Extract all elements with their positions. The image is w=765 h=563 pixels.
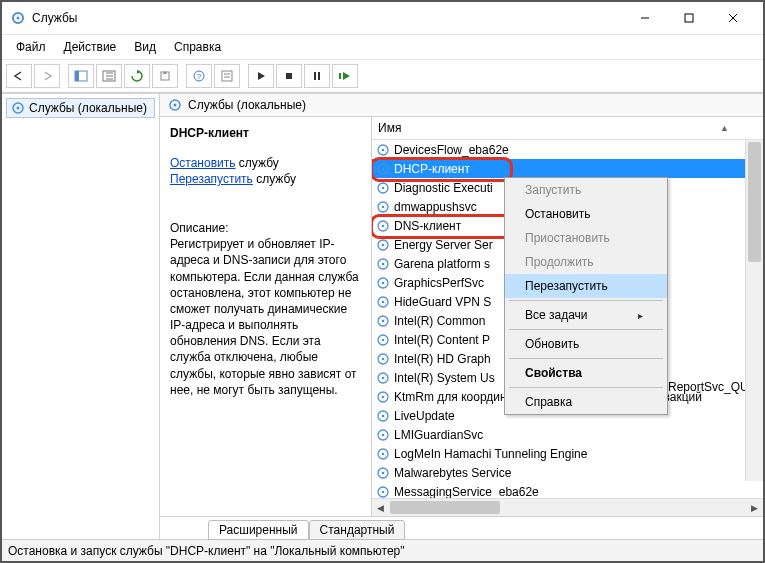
- service-label: DHCP-клиент: [394, 162, 470, 176]
- services-window: Службы Файл Действие Вид Справка ?: [0, 0, 765, 563]
- stop-service-button[interactable]: [276, 64, 302, 88]
- menu-action[interactable]: Действие: [56, 37, 125, 57]
- stop-service-link[interactable]: Остановить: [170, 156, 236, 170]
- content-body: DHCP-клиент Остановить службу Перезапуст…: [160, 117, 763, 516]
- svg-text:?: ?: [197, 72, 202, 81]
- svg-point-27: [17, 107, 20, 110]
- svg-point-53: [382, 357, 385, 360]
- gear-icon: [376, 352, 390, 366]
- maximize-button[interactable]: [667, 4, 711, 32]
- service-label: LMIGuardianSvc: [394, 428, 483, 442]
- restart-service-link[interactable]: Перезапустить: [170, 172, 253, 186]
- svg-point-45: [382, 281, 385, 284]
- service-label: Diagnostic Executi: [394, 181, 493, 195]
- restart-service-button[interactable]: [332, 64, 358, 88]
- gear-icon: [376, 143, 390, 157]
- start-service-button[interactable]: [248, 64, 274, 88]
- gear-icon: [376, 485, 390, 499]
- restart-suffix: службу: [253, 172, 296, 186]
- context-menu-item[interactable]: Свойства: [505, 361, 667, 385]
- service-label: Energy Server Ser: [394, 238, 493, 252]
- scroll-left-button[interactable]: ◀: [372, 499, 389, 516]
- forward-button[interactable]: [34, 64, 60, 88]
- gear-icon: [376, 371, 390, 385]
- context-menu-item[interactable]: Все задачи▸: [505, 303, 667, 327]
- nav-node-services-local[interactable]: Службы (локальные): [6, 98, 155, 118]
- svg-point-39: [382, 224, 385, 227]
- context-menu-item-label: Приостановить: [525, 231, 610, 245]
- svg-point-49: [382, 319, 385, 322]
- service-row[interactable]: LogMeIn Hamachi Tunneling Engine: [372, 444, 763, 463]
- context-menu-item-label: Свойства: [525, 366, 582, 380]
- gear-icon: [376, 314, 390, 328]
- context-menu-separator: [509, 300, 663, 301]
- menu-help[interactable]: Справка: [166, 37, 229, 57]
- context-menu-item[interactable]: Остановить: [505, 202, 667, 226]
- svg-point-29: [174, 104, 177, 107]
- context-menu-item-label: Все задачи: [525, 308, 588, 322]
- show-action-pane-button[interactable]: [96, 64, 122, 88]
- svg-point-47: [382, 300, 385, 303]
- properties-button[interactable]: [214, 64, 240, 88]
- column-header-name[interactable]: Имя ▲: [372, 117, 763, 140]
- service-label: Intel(R) System Us: [394, 371, 495, 385]
- horizontal-scrollbar-thumb[interactable]: [390, 501, 500, 514]
- services-icon: [10, 10, 26, 26]
- service-row[interactable]: Malwarebytes Service: [372, 463, 763, 482]
- service-row[interactable]: DevicesFlow_eba62e: [372, 140, 763, 159]
- service-label: Intel(R) HD Graph: [394, 352, 491, 366]
- context-menu-item-label: Остановить: [525, 207, 591, 221]
- gear-icon: [376, 276, 390, 290]
- description-label: Описание:: [170, 220, 361, 236]
- vertical-scrollbar-thumb[interactable]: [748, 142, 761, 262]
- context-menu-item[interactable]: Обновить: [505, 332, 667, 356]
- service-label: Intel(R) Common: [394, 314, 485, 328]
- refresh-button[interactable]: [124, 64, 150, 88]
- svg-point-1: [17, 17, 20, 20]
- statusbar-text: Остановка и запуск службы "DHCP-клиент" …: [8, 544, 405, 558]
- gear-icon: [376, 200, 390, 214]
- minimize-button[interactable]: [623, 4, 667, 32]
- detail-pane: DHCP-клиент Остановить службу Перезапуст…: [160, 117, 372, 516]
- service-label: dmwappushsvc: [394, 200, 477, 214]
- context-menu-item: Приостановить: [505, 226, 667, 250]
- nav-node-label: Службы (локальные): [29, 101, 147, 115]
- horizontal-scrollbar[interactable]: ◀ ▶: [372, 498, 763, 516]
- svg-point-35: [382, 186, 385, 189]
- context-menu: ЗапуститьОстановитьПриостановитьПродолжи…: [504, 177, 668, 415]
- content-area: Службы (локальные) DHCP-клиент Остановит…: [160, 94, 763, 539]
- vertical-scrollbar[interactable]: [745, 140, 763, 481]
- gear-icon: [376, 428, 390, 442]
- back-button[interactable]: [6, 64, 32, 88]
- service-row[interactable]: LMIGuardianSvc: [372, 425, 763, 444]
- context-menu-item[interactable]: Справка: [505, 390, 667, 414]
- scroll-right-button[interactable]: ▶: [746, 499, 763, 516]
- context-menu-item-label: Перезапустить: [525, 279, 608, 293]
- stop-suffix: службу: [236, 156, 279, 170]
- service-label: DNS-клиент: [394, 219, 461, 233]
- context-menu-item-label: Продолжить: [525, 255, 594, 269]
- menu-view[interactable]: Вид: [126, 37, 164, 57]
- export-button[interactable]: [152, 64, 178, 88]
- svg-rect-17: [222, 71, 232, 81]
- service-label: MessagingService_eba62e: [394, 485, 539, 499]
- menu-file[interactable]: Файл: [8, 37, 54, 57]
- show-hide-pane-button[interactable]: [68, 64, 94, 88]
- gear-icon: [376, 409, 390, 423]
- svg-rect-24: [339, 73, 341, 79]
- tab-standard[interactable]: Стандартный: [309, 520, 406, 540]
- svg-point-61: [382, 433, 385, 436]
- close-button[interactable]: [711, 4, 755, 32]
- tab-extended[interactable]: Расширенный: [208, 520, 309, 540]
- help-button[interactable]: ?: [186, 64, 212, 88]
- context-menu-item[interactable]: Перезапустить: [505, 274, 667, 298]
- service-row[interactable]: DHCP-клиент: [372, 159, 763, 178]
- svg-rect-3: [685, 14, 693, 22]
- list-pane: Имя ▲ DevicesFlow_eba62eDHCP-клиентDiagn…: [372, 117, 763, 516]
- svg-point-63: [382, 452, 385, 455]
- titlebar: Службы: [2, 2, 763, 35]
- pause-service-button[interactable]: [304, 64, 330, 88]
- gear-icon: [376, 162, 390, 176]
- service-row[interactable]: MessagingService_eba62e: [372, 482, 763, 498]
- service-list-scroll: DevicesFlow_eba62eDHCP-клиентDiagnostic …: [372, 140, 763, 498]
